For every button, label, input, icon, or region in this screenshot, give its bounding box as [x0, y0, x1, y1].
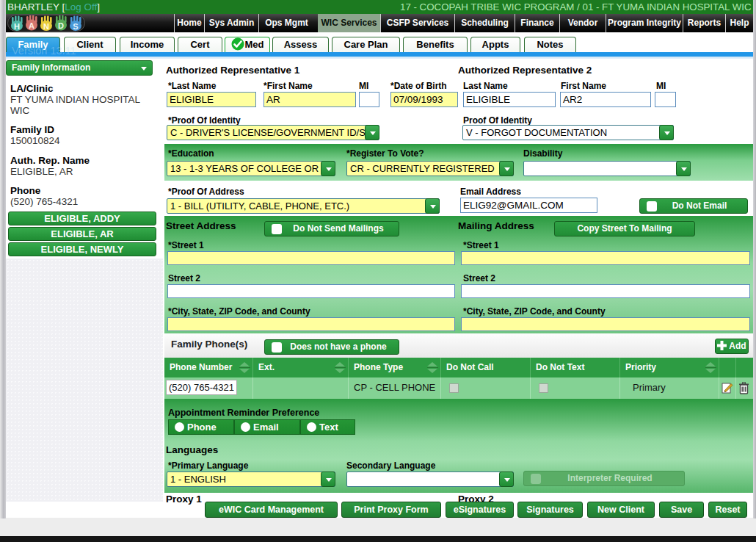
svg-text:A: A: [29, 21, 34, 30]
svg-text:D: D: [58, 21, 64, 30]
svg-text:S: S: [73, 22, 78, 31]
svg-text:N: N: [43, 22, 49, 31]
svg-text:H: H: [14, 22, 20, 31]
